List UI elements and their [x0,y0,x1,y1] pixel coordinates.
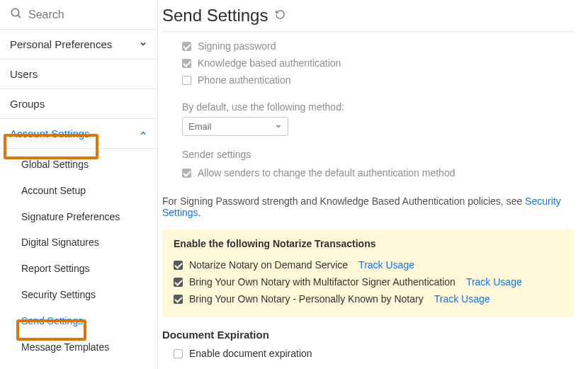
default-method-select[interactable]: Email [182,117,288,136]
sidebar-item-label: Signature Preferences [21,211,120,222]
sidebar-item-label: Users [10,68,38,80]
svg-line-1 [18,15,21,18]
sidebar-item-label: Global Settings [21,159,89,170]
sidebar-item-label: Personal Preferences [10,38,112,50]
chevron-down-icon [139,38,147,50]
checkbox-label: Knowledge based authentication [198,57,341,69]
checkbox-icon [174,349,183,358]
checkbox-icon [182,42,191,51]
policy-text-suffix: . [198,207,201,218]
sidebar-item-label: Report Settings [21,263,90,274]
sidebar-item-account-setup[interactable]: Account Setup [0,178,157,204]
checkbox-icon [174,278,183,287]
notarize-on-demand[interactable]: Notarize Notary on Demand Service Track … [174,256,562,273]
auth-option-kba[interactable]: Knowledge based authentication [182,55,574,72]
sidebar-item-label: Groups [10,98,45,110]
checkbox-label: Allow senders to change the default auth… [198,167,455,178]
chevron-up-icon [139,127,147,140]
sidebar-item-message-templates[interactable]: Message Templates [0,334,157,361]
checkbox-icon [182,59,191,68]
search-icon [10,7,23,22]
sidebar-item-label: Digital Signatures [21,237,99,248]
document-expiration-heading: Document Expiration [162,329,574,341]
page-title: Send Settings [162,6,268,25]
enable-document-expiration[interactable]: Enable document expiration [162,348,574,359]
search-placeholder: Search [28,8,64,21]
checkbox-icon [182,169,191,178]
notarize-byon-known[interactable]: Bring Your Own Notary - Personally Known… [174,290,562,307]
checkbox-label: Notarize Notary on Demand Service [189,259,348,271]
refresh-icon[interactable] [275,9,285,22]
sidebar-item-personal-preferences[interactable]: Personal Preferences [0,30,157,59]
track-usage-link[interactable]: Track Usage [466,276,522,288]
sender-allow-change[interactable]: Allow senders to change the default auth… [182,164,574,181]
main-content: Send Settings Signing password Knowledge… [158,0,588,369]
chevron-down-icon [275,121,282,132]
checkbox-label: Bring Your Own Notary with Multifactor S… [189,276,456,288]
track-usage-link[interactable]: Track Usage [434,293,490,305]
sidebar-item-digital-signatures[interactable]: Digital Signatures [0,229,157,256]
search-box[interactable]: Search [0,0,157,30]
sidebar-item-global-settings[interactable]: Global Settings [0,152,157,178]
sidebar: Search Personal Preferences Users Groups… [0,0,158,369]
sidebar-item-label: Security Settings [21,289,96,300]
notarize-title: Enable the following Notarize Transactio… [174,238,562,249]
sidebar-item-label: Account Setup [21,185,86,196]
sender-settings-label: Sender settings [182,149,574,160]
sidebar-item-label: Send Settings [21,315,83,327]
policy-text-prefix: For Signing Password strength and Knowle… [162,195,525,207]
sidebar-item-signature-preferences[interactable]: Signature Preferences [0,204,157,230]
checkbox-icon [174,295,183,304]
sidebar-item-groups[interactable]: Groups [0,89,157,119]
sidebar-subnav-account-settings: Global Settings Account Setup Signature … [0,149,157,365]
notarize-byon-mfa[interactable]: Bring Your Own Notary with Multifactor S… [174,273,562,290]
checkbox-icon [182,76,191,85]
select-value: Email [188,121,212,132]
sidebar-item-account-settings[interactable]: Account Settings [0,119,157,149]
checkbox-label: Enable document expiration [189,348,312,359]
notarize-panel: Enable the following Notarize Transactio… [162,229,574,317]
checkbox-icon [174,261,183,270]
svg-point-0 [11,8,19,16]
sidebar-item-send-settings[interactable]: Send Settings [0,308,157,334]
auth-option-signing-password[interactable]: Signing password [182,38,574,55]
auth-option-phone[interactable]: Phone authentication [182,72,574,89]
default-method-label: By default, use the following method: [182,101,574,113]
track-usage-link[interactable]: Track Usage [358,259,414,271]
checkbox-label: Bring Your Own Notary - Personally Known… [189,293,424,305]
sidebar-item-report-settings[interactable]: Report Settings [0,256,157,282]
policy-note: For Signing Password strength and Knowle… [162,195,574,218]
sidebar-item-users[interactable]: Users [0,59,157,89]
page-title-row: Send Settings [162,6,574,32]
sidebar-item-security-settings[interactable]: Security Settings [0,282,157,308]
checkbox-label: Phone authentication [198,74,291,86]
checkbox-label: Signing password [198,40,276,52]
sidebar-item-label: Account Settings [10,127,90,140]
sidebar-item-label: Message Templates [21,341,109,353]
